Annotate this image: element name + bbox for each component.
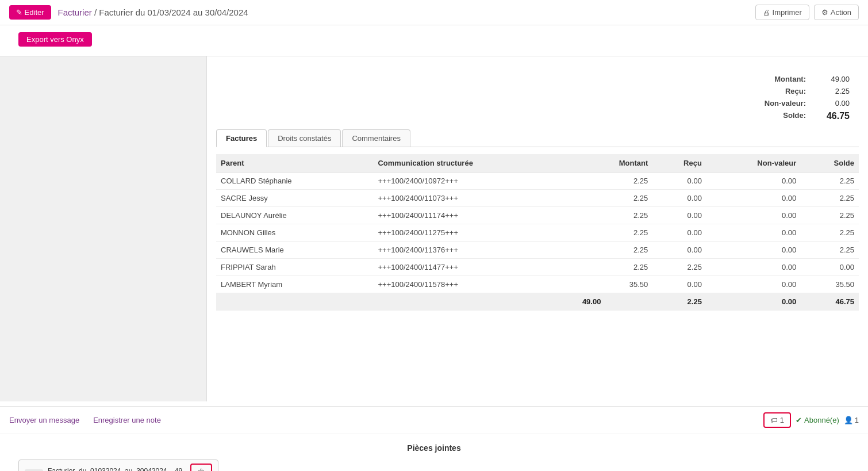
subscribed-label: Abonné(e): [804, 416, 839, 424]
cell-solde: 2.25: [801, 190, 859, 207]
cell-comm: +++100/2400/10972+++: [373, 173, 577, 190]
cell-montant: 2.25: [578, 190, 652, 207]
tab-commentaires[interactable]: Commentaires: [342, 129, 410, 147]
col-montant: Montant: [578, 154, 652, 173]
cell-nonvaleur: 0.00: [706, 173, 801, 190]
nonvaleur-value: 0.00: [815, 99, 850, 108]
cell-solde: 2.25: [801, 224, 859, 242]
bottom-right: 🏷 1 ✔ Abonné(e) 👤 1: [763, 412, 859, 428]
footer-nonvaleur: 0.00: [706, 293, 801, 311]
cell-montant: 2.25: [578, 224, 652, 242]
gear-icon: ⚙: [821, 8, 828, 17]
subscribed-badge: ✔ Abonné(e): [796, 416, 839, 424]
save-note-link[interactable]: Enregistrer une note: [93, 416, 161, 424]
table-body: COLLARD Stéphanie +++100/2400/10972+++ 2…: [216, 173, 859, 293]
second-bar: Export vers Onyx: [0, 25, 868, 56]
cell-parent: COLLARD Stéphanie: [216, 173, 373, 190]
cell-comm: +++100/2400/11275+++: [373, 224, 577, 242]
attachment-item: ≡ Facturier_du_01032024_au_30042024__49.…: [18, 459, 218, 471]
nonvaleur-label: Non-valeur:: [748, 99, 806, 108]
badge-count: 1: [780, 416, 784, 424]
delete-attachment-button[interactable]: 🗑: [195, 467, 208, 471]
top-actions: 🖨 Imprimer ⚙ Action: [755, 5, 859, 20]
cell-montant: 35.50: [578, 276, 652, 293]
cell-recu: 0.00: [652, 276, 706, 293]
user-count-value: 1: [855, 416, 859, 424]
breadcrumb: Facturier / Facturier du 01/03/2024 au 3…: [58, 7, 248, 17]
cell-montant: 2.25: [578, 207, 652, 224]
table-row: FRIPPIAT Sarah +++100/2400/11477+++ 2.25…: [216, 259, 859, 276]
table-footer-row: 49.00 2.25 0.00 46.75: [216, 293, 859, 311]
export-button[interactable]: Export vers Onyx: [18, 32, 92, 47]
footer-montant: 49.00: [578, 293, 652, 311]
action-button[interactable]: ⚙ Action: [814, 5, 859, 20]
cell-montant: 2.25: [578, 259, 652, 276]
col-parent: Parent: [216, 154, 373, 173]
table-row: CRAUWELS Marie +++100/2400/11376+++ 2.25…: [216, 242, 859, 259]
recu-label: Reçu:: [748, 87, 806, 95]
cell-parent: CRAUWELS Marie: [216, 242, 373, 259]
cell-comm: +++100/2400/11477+++: [373, 259, 577, 276]
cell-recu: 0.00: [652, 173, 706, 190]
cell-recu: 0.00: [652, 207, 706, 224]
invoices-table: Parent Communication structurée Montant …: [216, 154, 859, 311]
recu-value: 2.25: [815, 87, 850, 95]
summary-montant-row: Montant: 49.00: [225, 75, 850, 83]
sidebar: [0, 56, 207, 401]
montant-value: 49.00: [815, 75, 850, 83]
tabs-bar: Factures Droits constatés Commentaires: [216, 129, 859, 147]
tab-factures[interactable]: Factures: [216, 129, 267, 147]
breadcrumb-link[interactable]: Facturier: [58, 7, 92, 17]
cell-montant: 2.25: [578, 242, 652, 259]
cell-parent: FRIPPIAT Sarah: [216, 259, 373, 276]
bottom-bar: Envoyer un message Enregistrer une note …: [0, 406, 868, 434]
solde-value: 46.75: [815, 111, 850, 121]
col-comm: Communication structurée: [373, 154, 577, 173]
cell-parent: LAMBERT Myriam: [216, 276, 373, 293]
attachment-info: Facturier_du_01032024_au_30042024__49.0_…: [48, 467, 186, 471]
user-count: 👤 1: [844, 416, 859, 424]
cell-comm: +++100/2400/11073+++: [373, 190, 577, 207]
table-row: SACRE Jessy +++100/2400/11073+++ 2.25 0.…: [216, 190, 859, 207]
cell-solde: 35.50: [801, 276, 859, 293]
cell-comm: +++100/2400/11174+++: [373, 207, 577, 224]
col-recu: Reçu: [652, 154, 706, 173]
attachments-title: Pièces jointes: [9, 443, 859, 453]
cell-solde: 0.00: [801, 259, 859, 276]
cell-solde: 2.25: [801, 242, 859, 259]
cell-nonvaleur: 0.00: [706, 276, 801, 293]
badge-box[interactable]: 🏷 1: [763, 412, 791, 428]
table-header-row: Parent Communication structurée Montant …: [216, 154, 859, 173]
cell-nonvaleur: 0.00: [706, 259, 801, 276]
summary-solde-row: Solde: 46.75: [225, 111, 850, 121]
footer-recu: 2.25: [652, 293, 706, 311]
footer-empty: [216, 293, 578, 311]
cell-comm: +++100/2400/11578+++: [373, 276, 577, 293]
print-button[interactable]: 🖨 Imprimer: [755, 5, 809, 20]
top-bar: ✎ Editer Facturier / Facturier du 01/03/…: [0, 0, 868, 25]
summary-nonvaleur-row: Non-valeur: 0.00: [225, 99, 850, 108]
cell-parent: SACRE Jessy: [216, 190, 373, 207]
attachments-section: Pièces jointes ≡ Facturier_du_01032024_a…: [0, 434, 868, 471]
table-row: DELAUNOY Aurélie +++100/2400/11174+++ 2.…: [216, 207, 859, 224]
cell-recu: 0.00: [652, 242, 706, 259]
send-message-link[interactable]: Envoyer un message: [9, 416, 79, 424]
cell-recu: 0.00: [652, 190, 706, 207]
summary-recu-row: Reçu: 2.25: [225, 87, 850, 95]
cell-nonvaleur: 0.00: [706, 207, 801, 224]
edit-button[interactable]: ✎ Editer: [9, 5, 51, 20]
printer-icon: 🖨: [763, 8, 770, 17]
table-row: MONNON Gilles +++100/2400/11275+++ 2.25 …: [216, 224, 859, 242]
solde-label: Solde:: [748, 111, 806, 121]
cell-parent: DELAUNOY Aurélie: [216, 207, 373, 224]
cell-solde: 2.25: [801, 173, 859, 190]
content-area: Montant: 49.00 Reçu: 2.25 Non-valeur: 0.…: [207, 56, 868, 401]
col-nonvaleur: Non-valeur: [706, 154, 801, 173]
cell-montant: 2.25: [578, 173, 652, 190]
tag-icon: 🏷: [770, 416, 778, 424]
footer-solde: 46.75: [801, 293, 859, 311]
cell-nonvaleur: 0.00: [706, 242, 801, 259]
tab-droits[interactable]: Droits constatés: [268, 129, 341, 147]
table-row: COLLARD Stéphanie +++100/2400/10972+++ 2…: [216, 173, 859, 190]
cell-nonvaleur: 0.00: [706, 224, 801, 242]
